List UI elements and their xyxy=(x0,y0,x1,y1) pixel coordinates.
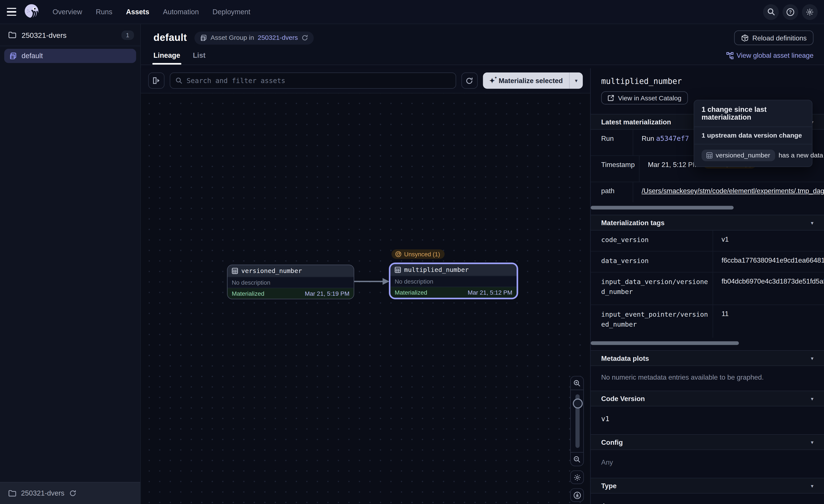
app-root: Overview Runs Assets Automation Deployme… xyxy=(0,0,824,504)
row-key: Run xyxy=(591,130,633,155)
type-value: Any xyxy=(591,494,824,504)
view-global-asset-lineage-label: View global asset lineage xyxy=(736,51,814,59)
sparkle-icon: ✦ xyxy=(489,77,495,84)
zoom-out-icon[interactable] xyxy=(571,452,583,466)
row-key: Timestamp xyxy=(591,156,639,182)
popover-subtitle: 1 upstream data version change xyxy=(694,127,812,144)
reload-definitions-label: Reload definitions xyxy=(752,34,807,42)
row-key: input_data_version/versioned_number xyxy=(591,272,713,304)
refresh-icon[interactable] xyxy=(69,490,76,497)
section-heading: Metadata plots xyxy=(601,354,649,362)
table-icon xyxy=(706,152,713,158)
table-row: path /Users/smackesey/stm/code/elementl/… xyxy=(591,182,824,202)
horizontal-scrollbar[interactable] xyxy=(591,206,824,210)
search-icon[interactable] xyxy=(763,4,779,20)
materialized-timestamp: Mar 21, 5:12 PM xyxy=(468,289,512,295)
code-location-link[interactable]: 250321-dvers xyxy=(258,34,298,41)
edge-arrow xyxy=(353,276,391,287)
refresh-graph-icon[interactable] xyxy=(461,73,478,89)
nav-overview[interactable]: Overview xyxy=(53,8,82,16)
run-id-link[interactable]: a5347ef7 xyxy=(656,134,689,142)
zoom-in-icon[interactable] xyxy=(571,376,583,390)
svg-text:?: ? xyxy=(789,9,792,14)
config-value: Any xyxy=(591,450,824,478)
popover-detail: versioned_number has a new data version xyxy=(694,144,812,166)
asset-node-multiplied-number[interactable]: multiplied_number No description Materia… xyxy=(389,263,518,299)
section-metadata-plots[interactable]: Metadata plots ▾ xyxy=(591,350,824,366)
reload-cube-icon xyxy=(741,34,749,42)
menu-icon[interactable] xyxy=(0,0,23,24)
app-bar-actions: ? xyxy=(763,4,824,20)
asset-pill-versioned-number[interactable]: versioned_number xyxy=(702,150,775,161)
row-value: f6ccba1776380941e9cd1ea66481d xyxy=(713,252,824,272)
section-heading: Latest materialization xyxy=(601,118,671,126)
footer-location-label: 250321-dvers xyxy=(21,489,64,497)
asset-node-versioned-number[interactable]: versioned_number No description Material… xyxy=(227,265,354,299)
sidebar-code-location[interactable]: 250321-dvers 1 xyxy=(0,24,140,46)
chevron-down-icon[interactable]: ▾ xyxy=(811,355,813,361)
row-value: 11 xyxy=(713,305,824,338)
page-title: default xyxy=(153,32,187,43)
table-icon xyxy=(232,268,238,274)
download-image-icon[interactable] xyxy=(570,488,584,502)
materialize-dropdown-caret[interactable]: ▾ xyxy=(569,73,583,89)
tab-lineage[interactable]: Lineage xyxy=(153,51,180,65)
tab-list[interactable]: List xyxy=(193,51,205,65)
sidebar-footer-location[interactable]: 250321-dvers xyxy=(0,482,140,504)
sidebar-item-default[interactable]: default xyxy=(4,49,136,63)
path-link[interactable]: /Users/smackesey/stm/code/elementl/exper… xyxy=(642,187,824,195)
table-row: input_data_version/versioned_number fb04… xyxy=(591,272,824,305)
dagster-logo-icon[interactable] xyxy=(23,3,41,21)
reload-definitions-button[interactable]: Reload definitions xyxy=(734,30,813,45)
chevron-down-icon[interactable]: ▾ xyxy=(811,396,813,401)
external-link-icon xyxy=(608,95,614,102)
section-type[interactable]: Type ▾ xyxy=(591,478,824,494)
popover-message: has a new data version xyxy=(779,152,824,159)
materialized-status: Materialized xyxy=(232,290,264,296)
code-version-value: v1 xyxy=(591,406,824,434)
view-in-asset-catalog-button[interactable]: View in Asset Catalog xyxy=(601,91,688,105)
chevron-down-icon[interactable]: ▾ xyxy=(811,483,813,489)
chevron-down-icon[interactable]: ▾ xyxy=(811,439,813,445)
section-code-version[interactable]: Code Version ▾ xyxy=(591,391,824,406)
lineage-column: ✦ Materialize selected ▾ Unsynced (1) xyxy=(141,69,590,504)
table-icon xyxy=(395,267,401,273)
expand-panel-icon[interactable] xyxy=(148,73,164,89)
timestamp-value: Mar 21, 5:12 PM xyxy=(648,161,698,168)
view-global-asset-lineage-link[interactable]: View global asset lineage xyxy=(726,51,813,65)
section-materialization-tags[interactable]: Materialization tags ▾ xyxy=(591,215,824,231)
asset-pill-label: versioned_number xyxy=(716,152,770,159)
asset-group-badge: Asset Group in 250321-dvers xyxy=(194,31,313,44)
caret-down-icon: ▾ xyxy=(575,78,578,84)
nav-deployment[interactable]: Deployment xyxy=(213,8,250,16)
zoom-slider-handle[interactable] xyxy=(573,398,583,408)
graph-settings-gear-icon[interactable] xyxy=(570,471,584,484)
nav-runs[interactable]: Runs xyxy=(96,8,112,16)
settings-gear-icon[interactable] xyxy=(802,4,818,20)
chevron-down-icon[interactable]: ▾ xyxy=(811,220,813,226)
lineage-canvas[interactable]: Unsynced (1) versioned_number No descrip… xyxy=(141,94,590,504)
section-heading: Type xyxy=(601,482,617,490)
search-input[interactable] xyxy=(187,77,450,84)
help-icon[interactable]: ? xyxy=(783,4,798,20)
run-prefix: Run xyxy=(642,134,656,142)
top-nav: Overview Runs Assets Automation Deployme… xyxy=(53,8,250,16)
asset-group-icon xyxy=(200,34,207,41)
refresh-icon[interactable] xyxy=(302,35,308,41)
horizontal-scrollbar[interactable] xyxy=(591,341,824,345)
unsynced-badge[interactable]: Unsynced (1) xyxy=(391,249,445,259)
section-config[interactable]: Config ▾ xyxy=(591,434,824,450)
nav-automation[interactable]: Automation xyxy=(163,8,199,16)
asset-node-title: multiplied_number xyxy=(404,266,469,274)
materialize-selected-button[interactable]: ✦ Materialize selected ▾ xyxy=(483,73,583,89)
row-value: /Users/smackesey/stm/code/elementl/exper… xyxy=(633,182,824,202)
materialized-timestamp: Mar 21, 5:19 PM xyxy=(305,290,349,296)
graph-toolbar: ✦ Materialize selected ▾ xyxy=(141,69,590,94)
unsynced-badge-label: Unsynced (1) xyxy=(404,251,440,257)
sidebar-item-label: default xyxy=(22,52,43,60)
zoom-controls xyxy=(570,376,584,466)
search-icon xyxy=(176,77,183,84)
nav-assets[interactable]: Assets xyxy=(126,8,149,16)
sync-status-icon xyxy=(395,251,401,257)
zoom-slider[interactable] xyxy=(571,390,583,452)
